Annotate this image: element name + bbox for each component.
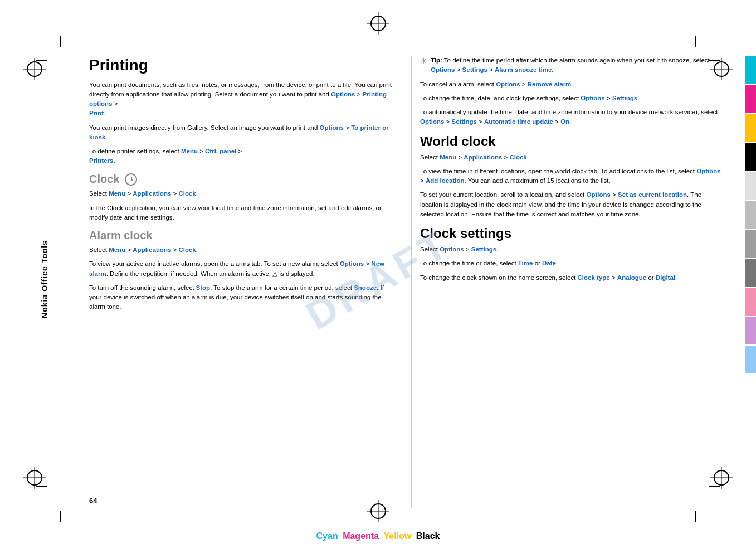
settings-link-digital: Digital bbox=[656, 274, 675, 281]
reg-mark-left-bottom bbox=[27, 470, 42, 486]
auto-link-options: Options bbox=[420, 118, 444, 125]
reg-mark-left-top bbox=[27, 61, 42, 77]
clock-settings-body2: To change the time or date, select Time … bbox=[420, 259, 723, 268]
world-clock-body2: To view the time in different locations,… bbox=[420, 167, 723, 186]
auto-link-autoupdate: Automatic time update bbox=[484, 118, 553, 125]
world-clock-section: World clock Select Menu > Applications >… bbox=[420, 134, 723, 220]
world-clock-title: World clock bbox=[420, 134, 723, 149]
printing-link-options3: Options bbox=[320, 124, 344, 131]
clock-link-clock: Clock bbox=[178, 190, 196, 197]
clock-settings-body3: To change the clock shown on the home sc… bbox=[420, 273, 723, 283]
world-clock-body1: Select Menu > Applications > Clock. bbox=[420, 153, 723, 162]
world-link-setcurrent: Set as current location bbox=[618, 191, 687, 198]
color-label-cyan: Cyan bbox=[316, 531, 338, 541]
color-separator2 bbox=[380, 531, 382, 541]
reg-mark-top bbox=[370, 16, 386, 31]
changetime-link-options: Options bbox=[581, 95, 604, 101]
color-bar-pink bbox=[745, 288, 756, 316]
alarm-link-applications: Applications bbox=[133, 246, 171, 253]
alarm-link-stop: Stop bbox=[196, 284, 211, 291]
settings-link-date: Date bbox=[542, 260, 556, 266]
alarm-clock-body2: To view your active and inactive alarms,… bbox=[89, 259, 392, 279]
color-label-black: Black bbox=[416, 531, 440, 541]
right-column: ✳ Tip: To define the time period after w… bbox=[411, 56, 723, 508]
cancel-alarm-text: To cancel an alarm, select Options > Rem… bbox=[420, 80, 723, 89]
clock-section: Clock Select Menu > Applications > Clock… bbox=[89, 173, 392, 222]
printing-link-printers: Printers bbox=[89, 157, 113, 164]
color-bar-yellow bbox=[745, 114, 756, 142]
reg-mark-right-bottom bbox=[714, 470, 729, 486]
printing-body3: To define printer settings, select Menu … bbox=[89, 147, 392, 166]
world-link-addlocation: Add location bbox=[426, 177, 465, 184]
printing-link-kiosk: To printer or kiosk bbox=[89, 124, 389, 140]
settings-link-options: Options bbox=[440, 246, 464, 253]
tip-text: Tip: To define the time period after whi… bbox=[431, 56, 723, 75]
color-bar-gray4 bbox=[745, 259, 756, 287]
color-label-yellow: Yellow bbox=[383, 531, 411, 541]
alarm-clock-title: Alarm clock bbox=[89, 229, 392, 242]
color-separator bbox=[339, 531, 342, 541]
color-bar-gray1 bbox=[745, 172, 756, 200]
printing-link-menu: Menu bbox=[181, 148, 198, 154]
tip-link-snooze: Alarm snooze time bbox=[495, 66, 552, 73]
color-separator3 bbox=[412, 531, 414, 541]
clock-body1: Select Menu > Applications > Clock. bbox=[89, 189, 392, 198]
tip-icon: ✳ bbox=[420, 56, 427, 66]
alarm-link-menu: Menu bbox=[109, 246, 125, 253]
clock-title: Clock bbox=[89, 173, 392, 186]
clock-body2: In the Clock application, you can view y… bbox=[89, 203, 392, 223]
printing-title: Printing bbox=[89, 56, 392, 75]
world-link-clock: Clock bbox=[509, 154, 526, 161]
color-bar-magenta bbox=[745, 85, 756, 113]
settings-link-analogue: Analogue bbox=[617, 274, 646, 281]
alarm-link-clock: Clock bbox=[178, 246, 196, 253]
world-link-menu: Menu bbox=[440, 154, 456, 161]
world-link-options: Options bbox=[696, 168, 720, 174]
world-link-applications: Applications bbox=[464, 154, 502, 161]
printing-body2: You can print images directly from Galle… bbox=[89, 123, 392, 143]
tip-box: ✳ Tip: To define the time period after w… bbox=[420, 56, 723, 75]
page: DRAFT Nokia Office Tools Printing You ca… bbox=[0, 0, 756, 558]
printing-body1: You can print documents, such as files, … bbox=[89, 80, 392, 119]
left-column: Printing You can print documents, such a… bbox=[89, 56, 400, 508]
page-number: 64 bbox=[89, 497, 97, 505]
color-bar-light-blue bbox=[745, 346, 756, 373]
auto-link-on: On bbox=[560, 118, 569, 125]
side-bars-right bbox=[745, 56, 756, 390]
clock-settings-body1: Select Options > Settings. bbox=[420, 245, 723, 254]
color-bar-gray3 bbox=[745, 230, 756, 258]
auto-link-settings: Settings bbox=[452, 118, 477, 125]
change-time-text: To change the time, date, and clock type… bbox=[420, 94, 723, 103]
clock-settings-title: Clock settings bbox=[420, 226, 723, 241]
clock-settings-section: Clock settings Select Options > Settings… bbox=[420, 226, 723, 283]
tip-link-settings: Settings bbox=[462, 66, 487, 73]
printing-link-ctrlpanel: Ctrl. panel bbox=[205, 148, 236, 154]
printing-link-options: Options bbox=[329, 91, 355, 98]
auto-update-text: To automatically update the time, date, … bbox=[420, 108, 723, 127]
settings-link-settings: Settings bbox=[471, 246, 496, 253]
changetime-link-settings: Settings bbox=[612, 95, 637, 101]
color-bar-cyan bbox=[745, 56, 756, 84]
main-content: Printing You can print documents, such a… bbox=[89, 56, 723, 508]
color-label-magenta: Magenta bbox=[343, 531, 379, 541]
color-bar-gray2 bbox=[745, 201, 756, 229]
alarm-clock-section: Alarm clock Select Menu > Applications >… bbox=[89, 229, 392, 312]
alarm-clock-body3: To turn off the sounding alarm, select S… bbox=[89, 283, 392, 312]
alarm-clock-body1: Select Menu > Applications > Clock. bbox=[89, 245, 392, 255]
tip-link-options: Options bbox=[431, 66, 455, 73]
reg-mark-right-top bbox=[714, 61, 729, 77]
cancel-link-remove: Remove alarm bbox=[528, 81, 572, 88]
trim-mark bbox=[695, 36, 696, 47]
clock-icon bbox=[125, 173, 137, 186]
color-bar-purple bbox=[745, 317, 756, 344]
alarm-link-options: Options bbox=[340, 260, 364, 267]
settings-link-clocktype: Clock type bbox=[578, 274, 610, 281]
world-clock-body3: To set your current location, scroll to … bbox=[420, 190, 723, 219]
cancel-link-options: Options bbox=[496, 81, 520, 88]
clock-link-applications: Applications bbox=[133, 190, 171, 197]
left-sidebar: Nokia Office Tools bbox=[0, 0, 89, 558]
sidebar-label: Nokia Office Tools bbox=[40, 240, 49, 318]
clock-link-menu: Menu bbox=[109, 190, 125, 197]
color-bar-black bbox=[745, 143, 756, 171]
settings-link-time: Time bbox=[518, 260, 533, 266]
